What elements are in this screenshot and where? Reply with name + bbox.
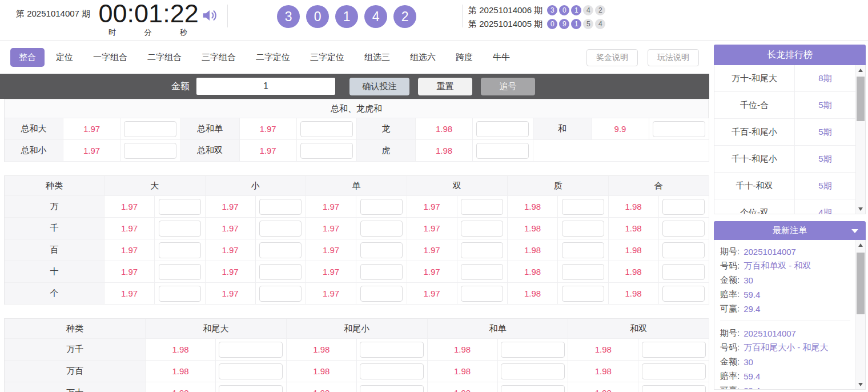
bet-amount-input[interactable] — [159, 264, 201, 280]
bet-amount-input[interactable] — [300, 121, 353, 137]
tab-item[interactable]: 二字定位 — [247, 48, 299, 67]
prize-info-button[interactable]: 奖金说明 — [586, 49, 638, 66]
tab-item[interactable]: 三字组合 — [193, 48, 244, 67]
bet-amount-input[interactable] — [259, 286, 302, 302]
bet-amount-input[interactable] — [360, 264, 403, 280]
bet-amount-input[interactable] — [562, 199, 604, 215]
dragon-rank-row[interactable]: 千十-和双5期 — [714, 173, 855, 199]
bet-amount-input[interactable] — [461, 242, 503, 258]
odds-value: 1.97 — [63, 118, 120, 140]
dragon-rank-row[interactable]: 万十-和尾大8期 — [714, 65, 855, 92]
amount-input[interactable] — [196, 78, 335, 95]
tab-item[interactable]: 整合 — [10, 48, 45, 67]
bet-amount-input[interactable] — [259, 221, 302, 237]
bet-amount-input[interactable] — [259, 199, 302, 215]
order-field-value: 万百和尾大小 - 和尾大 — [744, 342, 828, 353]
column-header: 和尾小 — [287, 319, 428, 339]
speaker-icon[interactable] — [201, 7, 218, 26]
bet-amount-input[interactable] — [461, 286, 503, 302]
tab-item[interactable]: 组选三 — [356, 48, 399, 67]
tab-item[interactable]: 二字组合 — [139, 48, 190, 67]
rules-info-button[interactable]: 玩法说明 — [648, 49, 699, 66]
bet-amount-input[interactable] — [501, 342, 565, 358]
bet-amount-input[interactable] — [461, 221, 503, 237]
scroll-up-icon[interactable] — [856, 240, 865, 250]
bet-amount-input[interactable] — [562, 221, 604, 237]
bet-amount-input[interactable] — [662, 286, 705, 302]
bet-amount-input[interactable] — [159, 242, 201, 258]
bet-amount-input[interactable] — [476, 143, 529, 159]
bet-amount-input[interactable] — [662, 199, 705, 215]
tab-item[interactable]: 三字定位 — [302, 48, 353, 67]
bet-amount-input[interactable] — [642, 363, 706, 379]
bet-input-cell — [256, 196, 307, 218]
bet-amount-input[interactable] — [360, 286, 403, 302]
bet-amount-input[interactable] — [259, 264, 302, 280]
bet-amount-input[interactable] — [662, 264, 705, 280]
dragon-rank-row[interactable]: 千位-合5期 — [714, 92, 855, 119]
reset-button[interactable]: 重置 — [418, 78, 472, 95]
bet-amount-input[interactable] — [476, 121, 529, 137]
bet-amount-input[interactable] — [360, 199, 403, 215]
bet-amount-input[interactable] — [259, 242, 302, 258]
bet-amount-input[interactable] — [653, 121, 705, 137]
scroll-down-icon[interactable] — [856, 204, 865, 214]
scroll-up-icon[interactable] — [856, 65, 865, 75]
history-issue-label: 第 20251014006 期 — [468, 5, 542, 16]
bet-amount-input[interactable] — [159, 199, 201, 215]
top-header: 第 20251014007 期 00:01:22 时 分 秒 30142 第 2… — [0, 0, 868, 41]
bet-input-cell — [649, 118, 710, 140]
bet-amount-input[interactable] — [562, 242, 604, 258]
bet-amount-input[interactable] — [461, 199, 503, 215]
dragon-bet-name: 千百-和尾小 — [714, 119, 794, 145]
bet-amount-input[interactable] — [360, 342, 424, 358]
collapse-caret-icon[interactable] — [851, 229, 858, 233]
column-header: 合 — [609, 176, 710, 196]
bet-input-cell — [498, 382, 569, 392]
bet-amount-input[interactable] — [219, 363, 283, 379]
bet-amount-input[interactable] — [360, 242, 403, 258]
bet-amount-input[interactable] — [562, 264, 604, 280]
tab-item[interactable]: 一字组合 — [85, 48, 136, 67]
dragon-rank-row[interactable]: 千百-和尾小5期 — [714, 119, 855, 146]
bet-amount-input[interactable] — [219, 342, 283, 358]
bet-amount-input[interactable] — [124, 121, 176, 137]
bet-amount-input[interactable] — [642, 385, 706, 392]
bet-amount-input[interactable] — [360, 363, 424, 379]
bet-amount-input[interactable] — [642, 342, 706, 358]
chase-number-button[interactable]: 追号 — [481, 78, 535, 95]
bet-amount-input[interactable] — [360, 385, 424, 392]
bet-amount-input[interactable] — [124, 143, 176, 159]
dragon-rank-row[interactable]: 千十-和尾小5期 — [714, 146, 855, 173]
tab-item[interactable]: 组选六 — [401, 48, 444, 67]
bet-input-cell — [357, 382, 428, 392]
odds-value: 1.98 — [416, 140, 473, 162]
scroll-down-icon[interactable] — [856, 379, 865, 389]
bet-amount-input[interactable] — [360, 221, 403, 237]
bet-amount-input[interactable] — [300, 143, 353, 159]
bet-amount-input[interactable] — [219, 385, 283, 392]
header-divider — [462, 5, 463, 27]
tab-item[interactable]: 牛牛 — [484, 48, 519, 67]
bet-amount-input[interactable] — [461, 264, 503, 280]
bet-amount-input[interactable] — [662, 221, 705, 237]
tab-item[interactable]: 定位 — [47, 48, 82, 67]
tail-grid: 种类和尾大和尾小和单和双万千1.981.981.981.98万百1.981.98… — [5, 319, 709, 392]
scrollbar-thumb[interactable] — [857, 253, 865, 314]
confirm-bet-button[interactable]: 确认投注 — [349, 78, 409, 95]
current-draw-balls: 30142 — [277, 5, 416, 28]
dragon-scrollbar[interactable] — [855, 65, 865, 214]
bet-amount-input[interactable] — [501, 363, 565, 379]
bet-amount-input[interactable] — [562, 286, 604, 302]
bet-amount-input[interactable] — [501, 385, 565, 392]
odds-value: 1.98 — [508, 239, 558, 261]
tail-sum-odds-table: 种类和尾大和尾小和单和双万千1.981.981.981.98万百1.981.98… — [4, 318, 709, 392]
bet-amount-input[interactable] — [662, 242, 705, 258]
bet-amount-input[interactable] — [159, 221, 201, 237]
odds-value: 1.98 — [428, 361, 498, 382]
bet-amount-input[interactable] — [159, 286, 201, 302]
orders-scrollbar[interactable] — [855, 240, 865, 389]
scrollbar-thumb[interactable] — [857, 77, 865, 121]
dragon-rank-row[interactable]: 个位-双4期 — [714, 199, 855, 214]
tab-item[interactable]: 跨度 — [447, 48, 481, 67]
